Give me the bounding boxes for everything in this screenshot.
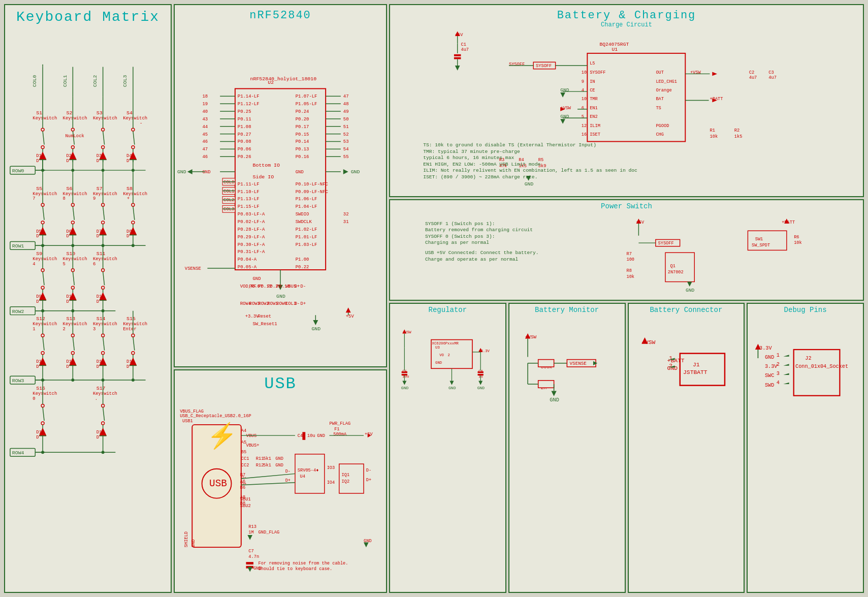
svg-line-137: [43, 272, 44, 286]
svg-text:SWC: SWC: [765, 373, 774, 379]
svg-text:GND: GND: [525, 181, 534, 187]
svg-text:S1: S1: [36, 110, 42, 116]
svg-text:VBUS+: VBUS+: [246, 443, 259, 448]
svg-text:J2: J2: [806, 356, 812, 361]
debug-pins-panel: Debug Pins +3.3V J2 Conn_01x04_Socket GN…: [747, 303, 864, 593]
svg-text:12: 12: [582, 123, 587, 129]
svg-text:51: 51: [343, 124, 349, 130]
svg-text:D: D: [67, 364, 69, 369]
svg-text:BQ24075RGT: BQ24075RGT: [599, 42, 629, 47]
svg-text:A5: A5: [241, 440, 246, 445]
svg-text:D: D: [97, 364, 99, 369]
svg-rect-482: [587, 53, 685, 142]
svg-text:Reset: Reset: [258, 314, 271, 319]
svg-text:4: 4: [582, 88, 584, 93]
svg-text:+5V: +5V: [346, 314, 355, 319]
right-bottom-row: Regulator +VSW U3 XC6206PxxxMR VO 2 GND …: [389, 303, 864, 593]
svg-text:COL1: COL1: [223, 189, 234, 194]
svg-text:PWR_FLAG: PWR_FLAG: [330, 421, 351, 426]
svg-text:P0.09-LF-NFC: P0.09-LF-NFC: [296, 190, 328, 195]
svg-text:Keyswitch: Keyswitch: [93, 257, 117, 262]
svg-point-161: [102, 286, 105, 289]
svg-text:P1.03-LF: P1.03-LF: [296, 242, 317, 247]
svg-text:1M: 1M: [248, 530, 253, 535]
svg-line-256: [103, 407, 105, 421]
svg-text:4.7n: 4.7n: [248, 554, 259, 559]
right-panels: Battery & Charging Charge Circuit +5V C1…: [389, 4, 864, 593]
svg-text:D+: D+: [285, 478, 291, 483]
svg-text:nRF52840_holyiot_18010: nRF52840_holyiot_18010: [250, 76, 317, 82]
svg-text:46: 46: [202, 154, 208, 160]
svg-text:D: D: [36, 435, 39, 440]
svg-text:D: D: [67, 234, 69, 239]
svg-text:.: .: [95, 396, 98, 401]
svg-text:IQ1: IQ1: [342, 473, 350, 478]
svg-text:D: D: [97, 234, 99, 239]
svg-text:GND: GND: [202, 170, 210, 175]
svg-text:GND: GND: [686, 288, 694, 293]
charge-circuit-subtitle: Charge Circuit: [390, 21, 863, 28]
svg-text:19: 19: [202, 102, 208, 107]
svg-text:F1: F1: [334, 427, 339, 432]
svg-text:XC6206PxxxMR: XC6206PxxxMR: [432, 341, 459, 345]
svg-text:VBUS_FLAG: VBUS_FLAG: [180, 409, 204, 414]
svg-text:GND: GND: [275, 456, 283, 461]
svg-marker-627: [551, 391, 556, 396]
svg-rect-623: [538, 381, 554, 388]
svg-text:SYSOFF 0 (Switch pos 3):: SYSOFF 0 (Switch pos 3):: [425, 234, 495, 239]
svg-text:54: 54: [343, 147, 349, 152]
svg-point-52: [132, 128, 135, 131]
svg-text:47: 47: [343, 94, 349, 99]
usb-panel: USB ⚡ USB USB1 USB_C_Receptacle_USB2.0_1…: [174, 369, 387, 593]
svg-text:3: 3: [93, 327, 95, 332]
svg-text:P0.06: P0.06: [238, 147, 251, 152]
svg-text:P0.10-LF-NFC: P0.10-LF-NFC: [296, 182, 328, 187]
svg-text:P0.03-LF-A: P0.03-LF-A: [238, 212, 265, 217]
svg-text:2: 2: [63, 327, 66, 332]
svg-text:6: 6: [93, 262, 95, 267]
svg-text:7: 7: [33, 196, 35, 201]
svg-text:typical 6 hours, 16 minutes ma: typical 6 hours, 16 minutes max: [423, 155, 514, 161]
svg-text:5k1: 5k1: [263, 456, 271, 461]
svg-text:31: 31: [343, 219, 349, 225]
svg-text:R8: R8: [627, 268, 632, 273]
svg-text:Keyswitch: Keyswitch: [93, 391, 117, 396]
svg-point-253: [102, 404, 105, 407]
svg-point-254: [102, 422, 105, 425]
svg-point-147: [71, 269, 74, 272]
svg-text:SYSOFF: SYSOFF: [658, 241, 674, 246]
svg-text:GND: GND: [276, 294, 285, 299]
svg-text:P0.24: P0.24: [296, 109, 309, 114]
svg-text:C7: C7: [248, 549, 253, 554]
svg-text:B5: B5: [241, 450, 246, 455]
svg-text:ISET: ISET: [590, 132, 600, 137]
svg-point-181: [41, 352, 44, 355]
svg-text:Keyswitch: Keyswitch: [93, 116, 117, 121]
svg-text:U1: U1: [612, 47, 618, 52]
svg-text:GND: GND: [253, 276, 261, 281]
debug-pins-title: Debug Pins: [748, 304, 863, 315]
svg-text:A4: A4: [241, 428, 246, 433]
svg-text:D-: D-: [285, 469, 291, 474]
svg-text:SWDIO: SWDIO: [296, 212, 309, 217]
svg-text:10k: 10k: [710, 134, 718, 139]
svg-text:18: 18: [202, 94, 208, 99]
svg-text:D: D: [97, 435, 99, 440]
svg-text:D+: D+: [295, 284, 300, 289]
svg-text:COL2: COL2: [92, 75, 98, 87]
svg-text:CE: CE: [590, 88, 595, 93]
nrf52840-title: nRF52840: [175, 5, 386, 24]
svg-marker-358: [343, 169, 348, 174]
svg-text:TS: TS: [656, 106, 661, 111]
svg-point-180: [41, 334, 44, 337]
svg-point-265: [102, 451, 105, 454]
svg-text:GND: GND: [351, 169, 360, 175]
svg-text:Side IO: Side IO: [253, 174, 274, 180]
svg-text:VO: VO: [439, 353, 444, 357]
svg-text:COL1: COL1: [62, 75, 68, 87]
svg-text:3: 3: [777, 371, 780, 376]
svg-point-219: [132, 334, 135, 337]
svg-text:4u7: 4u7: [768, 75, 777, 80]
power-switch-panel: Power Switch SYSOFF 1 (Switch pos 1): Ba…: [389, 199, 864, 301]
svg-text:R6: R6: [794, 235, 799, 240]
